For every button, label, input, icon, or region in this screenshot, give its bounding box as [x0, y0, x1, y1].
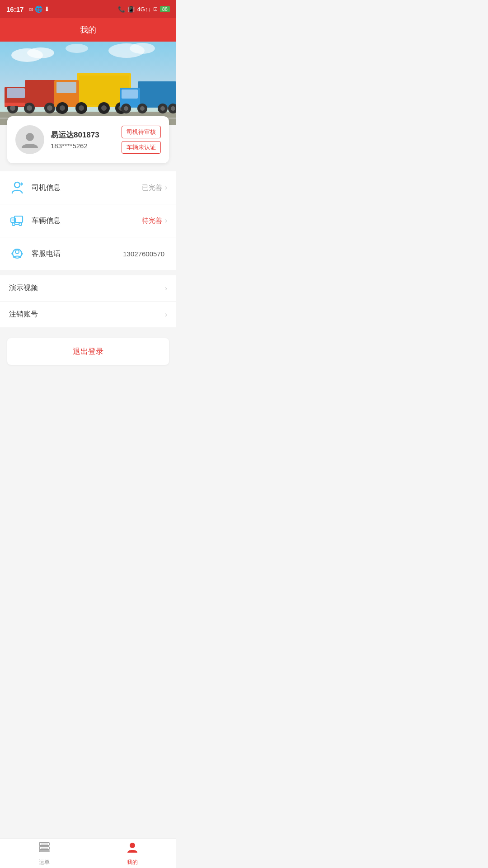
logout-section: 退出登录 [7, 338, 169, 365]
svg-point-33 [124, 106, 128, 111]
profile-name: 易运达801873 [51, 130, 115, 140]
avatar-icon [21, 131, 39, 149]
signal-icon: 4G↑↓ [137, 6, 150, 13]
status-icons-left: ∞ 🌐 ⬇ [28, 5, 50, 13]
profile-info: 易运达801873 183****5262 [51, 130, 115, 150]
status-icons-right: 📞 📳 4G↑↓ ⊡ 88 [118, 6, 170, 13]
profile-badges: 司机待审核 车辆未认证 [122, 126, 161, 154]
svg-point-22 [60, 105, 65, 111]
demo-video-label: 演示视频 [9, 283, 165, 293]
svg-rect-7 [7, 88, 25, 98]
truck-scene [0, 42, 176, 125]
vehicle-status-badge[interactable]: 车辆未认证 [122, 141, 161, 154]
driver-info-icon [9, 179, 25, 196]
svg-point-54 [15, 250, 19, 254]
svg-point-46 [14, 182, 20, 188]
driver-info-value: 已完善 [142, 184, 162, 192]
cancel-account-label: 注销账号 [9, 310, 165, 319]
menu-item-demo-video[interactable]: 演示视频 › [0, 275, 176, 302]
driver-status-badge[interactable]: 司机待审核 [122, 126, 161, 138]
menu-item-cancel-account[interactable]: 注销账号 › [0, 302, 176, 327]
vehicle-info-chevron: › [165, 217, 167, 225]
battery-icon: 88 [160, 6, 170, 12]
vehicle-info-label: 车辆信息 [32, 216, 142, 226]
demo-video-chevron: › [165, 284, 167, 292]
svg-point-43 [130, 43, 155, 54]
svg-point-50 [12, 223, 15, 226]
hero-image [0, 42, 176, 125]
customer-service-label: 客服电话 [32, 249, 123, 259]
status-time: 16:17 [6, 5, 23, 13]
driver-info-chevron: › [165, 184, 167, 192]
cancel-account-chevron: › [165, 311, 167, 319]
vibrate-icon: 📳 [127, 6, 135, 13]
page-header: 我的 [0, 18, 176, 42]
svg-rect-20 [56, 82, 76, 93]
logout-button[interactable]: 退出登录 [7, 338, 169, 365]
vehicle-info-value: 待完善 [142, 217, 162, 225]
page-title: 我的 [80, 25, 96, 34]
menu-section-1: 司机信息 已完善 › 车辆信息 待完善 › [0, 171, 176, 270]
phone-icon: 📞 [118, 6, 125, 13]
svg-rect-31 [122, 90, 138, 99]
svg-point-41 [27, 47, 54, 58]
menu-item-driver-info[interactable]: 司机信息 已完善 › [0, 171, 176, 204]
profile-phone: 183****5262 [51, 142, 115, 150]
wifi-icon: ⊡ [153, 6, 158, 12]
vehicle-info-icon [9, 212, 25, 229]
svg-point-26 [101, 105, 107, 111]
status-left: 16:17 ∞ 🌐 ⬇ [6, 5, 50, 13]
svg-point-13 [47, 105, 52, 111]
svg-point-24 [79, 105, 84, 111]
customer-service-icon [9, 245, 25, 262]
menu-item-vehicle-info[interactable]: 车辆信息 待完善 › [0, 204, 176, 237]
svg-rect-49 [12, 219, 14, 221]
svg-point-44 [66, 44, 88, 53]
svg-point-37 [160, 106, 165, 111]
driver-info-label: 司机信息 [32, 183, 142, 193]
avatar [15, 125, 44, 154]
svg-point-39 [171, 106, 175, 111]
svg-point-35 [140, 106, 145, 111]
menu-section-2: 演示视频 › 注销账号 › [0, 275, 176, 327]
status-bar: 16:17 ∞ 🌐 ⬇ 📞 📳 4G↑↓ ⊡ 88 [0, 0, 176, 18]
customer-service-phone[interactable]: 13027600570 [123, 250, 164, 258]
svg-rect-16 [5, 103, 25, 106]
menu-item-customer-service[interactable]: 客服电话 13027600570 [0, 237, 176, 270]
svg-point-51 [19, 223, 22, 226]
svg-point-45 [26, 133, 34, 141]
svg-rect-29 [138, 81, 176, 108]
profile-card: 易运达801873 183****5262 司机待审核 车辆未认证 [7, 116, 169, 163]
svg-point-11 [27, 105, 32, 111]
